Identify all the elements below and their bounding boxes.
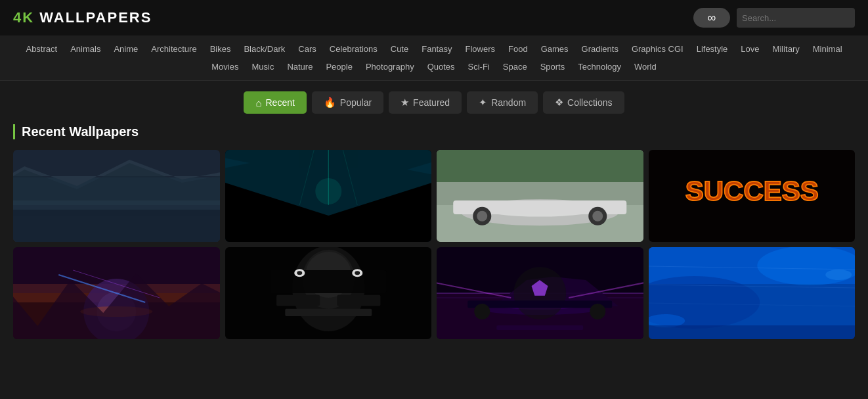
filter-icon-popular: 🔥 [324,97,336,108]
svg-point-50 [297,271,302,275]
filter-label-random: Random [491,97,526,108]
filter-label-popular: Popular [340,97,372,108]
category-tag-love[interactable]: Love [735,42,764,56]
category-tag-cute[interactable]: Cute [385,42,414,56]
svg-point-26 [477,211,487,222]
filter-btn-collections[interactable]: ❖Collections [543,91,624,114]
filter-label-featured: Featured [413,97,450,108]
filter-icon-featured: ★ [401,97,409,108]
category-tag-architecture[interactable]: Architecture [146,42,202,56]
filter-btn-random[interactable]: ✦Random [467,91,538,114]
wallpaper-svg-3 [437,150,643,242]
wallpaper-item-5[interactable] [13,247,220,339]
wallpaper-item-8[interactable] [649,247,856,339]
category-tag-cars[interactable]: Cars [293,42,321,56]
category-tag-minimal[interactable]: Minimal [808,42,848,56]
filter-label-recent: Recent [265,97,294,108]
wallpaper-svg-2 [225,150,432,242]
svg-rect-4 [13,205,220,242]
category-tag-flowers[interactable]: Flowers [460,42,500,56]
infinity-button[interactable]: ∞ [693,8,730,28]
category-tag-space[interactable]: Space [498,60,532,74]
svg-rect-64 [496,325,583,330]
svg-point-75 [825,270,852,280]
wallpaper-grid: SUCCESS SUCCESS [13,150,855,339]
site-header: 4K WALLPAPERS ∞ 🔍 [0,0,868,35]
filter-bar: ⌂Recent🔥Popular★Featured✦Random❖Collecti… [0,91,868,114]
category-tag-sports[interactable]: Sports [535,60,571,74]
svg-rect-44 [271,270,386,293]
filter-icon-random: ✦ [479,97,487,108]
wallpaper-item-6[interactable] [225,247,432,339]
svg-point-51 [355,271,360,275]
search-bar: 🔍 [737,8,855,28]
category-tag-scifi[interactable]: Sci-Fi [463,60,495,74]
filter-btn-popular[interactable]: 🔥Popular [312,91,383,114]
wallpaper-item-7[interactable]: ⬟ [437,247,643,339]
category-tag-lifestyle[interactable]: Lifestyle [691,42,733,56]
svg-rect-46 [337,295,380,306]
search-input[interactable] [737,13,855,23]
filter-btn-featured[interactable]: ★Featured [389,91,462,114]
svg-rect-19 [437,150,643,182]
category-tag-nature[interactable]: Nature [282,60,318,74]
filter-label-collections: Collections [567,97,612,108]
category-tag-music[interactable]: Music [246,60,279,74]
header-right: ∞ 🔍 [693,8,855,28]
category-tag-people[interactable]: People [320,60,357,74]
category-tag-fantasy[interactable]: Fantasy [416,42,457,56]
category-tag-gradients[interactable]: Gradients [576,42,624,56]
svg-rect-47 [285,309,372,316]
category-tag-abstract[interactable]: Abstract [20,42,62,56]
filter-btn-recent[interactable]: ⌂Recent [244,91,306,114]
category-tag-graphicscgi[interactable]: Graphics CGI [626,42,689,56]
svg-point-62 [474,304,490,319]
category-tag-celebrations[interactable]: Celebrations [324,42,383,56]
category-tags: AbstractAnimalsAnimeArchitectureBikesBla… [13,42,855,74]
wallpaper-item-2[interactable] [225,150,432,242]
category-tag-animals[interactable]: Animals [65,42,106,56]
wallpaper-svg-7: ⬟ [437,247,643,339]
filter-icon-recent: ⌂ [255,97,261,108]
wallpaper-svg-5 [13,247,220,339]
category-tag-anime[interactable]: Anime [108,42,143,56]
wallpaper-svg-1 [13,150,220,242]
category-tag-military[interactable]: Military [768,42,805,56]
category-tag-blackdark[interactable]: Black/Dark [238,42,290,56]
filter-icon-collections: ❖ [555,97,563,108]
category-tag-photography[interactable]: Photography [360,60,420,74]
svg-text:SUCCESS: SUCCESS [685,176,818,206]
wallpaper-item-1[interactable] [13,150,220,242]
wallpaper-item-4[interactable]: SUCCESS SUCCESS [649,150,856,242]
wallpaper-svg-8 [649,247,856,339]
wallpaper-svg-6 [225,247,432,339]
svg-rect-5 [13,200,220,210]
svg-point-27 [592,211,603,222]
main-content: Recent Wallpapers [0,124,868,352]
wallpaper-item-3[interactable] [437,150,643,242]
svg-point-63 [590,304,605,319]
svg-rect-45 [276,295,320,306]
svg-text:⬟: ⬟ [531,277,548,299]
category-tag-bikes[interactable]: Bikes [205,42,236,56]
svg-rect-76 [649,325,856,339]
wallpaper-svg-4: SUCCESS SUCCESS [649,150,856,242]
category-tag-quotes[interactable]: Quotes [422,60,460,74]
site-logo: 4K WALLPAPERS [13,9,152,26]
category-nav: AbstractAnimalsAnimeArchitectureBikesBla… [0,35,868,81]
category-tag-food[interactable]: Food [503,42,533,56]
category-tag-games[interactable]: Games [536,42,574,56]
category-tag-technology[interactable]: Technology [573,60,626,74]
section-title: Recent Wallpapers [13,124,855,139]
category-tag-world[interactable]: World [629,60,662,74]
svg-rect-61 [467,300,612,308]
category-tag-movies[interactable]: Movies [206,60,244,74]
